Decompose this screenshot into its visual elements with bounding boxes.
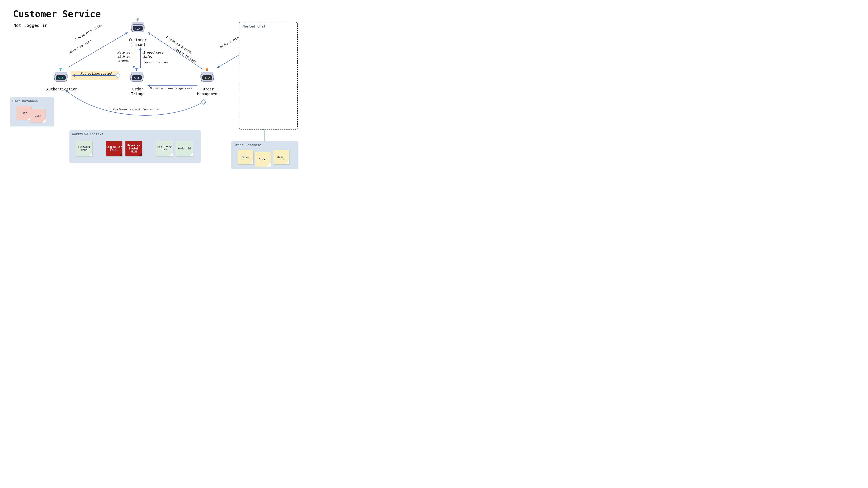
svg-rect-45: [200, 75, 202, 78]
nested-chat-title: Nested Chat: [243, 24, 266, 28]
svg-rect-36: [129, 75, 131, 78]
agent-customer-label: Customer (human): [125, 37, 151, 47]
edge-mgmt-to-triage: No more order enquiries: [150, 86, 197, 91]
svg-point-17: [139, 28, 140, 29]
workflow-context-panel: Workflow Context Customer Name Logged In…: [69, 130, 201, 163]
agent-customer-icon: [130, 19, 145, 36]
agent-authentication-label: Authentication: [44, 87, 79, 92]
svg-point-12: [136, 19, 139, 20]
edge-triage-to-customer-msg: I need more info…: [143, 51, 167, 59]
user-db-title: User Database: [12, 99, 38, 103]
nested-chat-panel: [239, 22, 298, 130]
wc-note-order-id: Order Id: [176, 141, 193, 156]
workflow-context-title: Workflow Context: [72, 132, 103, 136]
wc-note-logged-in: Logged In? FALSE: [106, 141, 122, 156]
svg-point-21: [59, 68, 62, 70]
svg-rect-27: [54, 75, 55, 78]
svg-rect-18: [131, 26, 132, 29]
svg-point-39: [206, 68, 208, 70]
edge-triage-to-auth: Not authenticated: [79, 72, 113, 76]
order-db-note: Order: [238, 150, 253, 164]
svg-point-16: [135, 28, 136, 29]
svg-rect-7: [202, 100, 206, 104]
page-subtitle: Not logged in: [13, 23, 48, 28]
agent-authentication-icon: [53, 68, 68, 85]
svg-point-43: [205, 77, 206, 78]
agent-order-management-label: Order Management: [193, 87, 223, 96]
wc-note-requires-login: Requires Login? TRUE: [125, 141, 142, 156]
order-db-note: Order: [273, 150, 289, 164]
edge-auth-to-customer-msg: I need more info…: [74, 23, 103, 42]
svg-rect-37: [143, 75, 144, 78]
svg-rect-33: [132, 75, 142, 80]
svg-rect-24: [56, 75, 66, 80]
svg-point-44: [209, 77, 210, 78]
page-title: Customer Service: [13, 9, 101, 19]
agent-order-management-icon: [199, 68, 215, 85]
svg-rect-42: [202, 75, 212, 80]
svg-rect-46: [213, 75, 214, 78]
wc-note-has-order-id: Has Order Id?: [156, 141, 173, 156]
svg-point-30: [135, 68, 137, 70]
user-db-note: User: [30, 109, 45, 123]
svg-rect-28: [67, 75, 68, 78]
edge-auth-to-customer-action: revert to user: [67, 39, 92, 55]
svg-point-34: [134, 77, 135, 78]
user-db-note: User: [16, 106, 31, 120]
svg-rect-15: [133, 26, 143, 31]
edge-triage-to-customer-action: revert to user: [143, 60, 174, 64]
wc-note-customer-name: Customer Name: [76, 141, 92, 156]
order-db-note: Order: [255, 152, 271, 167]
edge-customer-to-triage: Help me with my order…: [115, 51, 132, 63]
agent-order-triage-icon: [129, 68, 144, 85]
svg-point-25: [58, 77, 59, 78]
user-db-panel: User Database User User: [10, 97, 54, 126]
edge-mgmt-curve-to-auth: Customer is not logged in: [110, 107, 162, 111]
order-db-title: Order Database: [234, 143, 261, 147]
order-db-panel: Order Database Order Order Order: [231, 141, 299, 169]
agent-order-triage-label: Order Triage: [125, 87, 151, 96]
svg-rect-19: [144, 26, 145, 29]
svg-point-35: [138, 77, 139, 78]
svg-point-26: [62, 77, 63, 78]
